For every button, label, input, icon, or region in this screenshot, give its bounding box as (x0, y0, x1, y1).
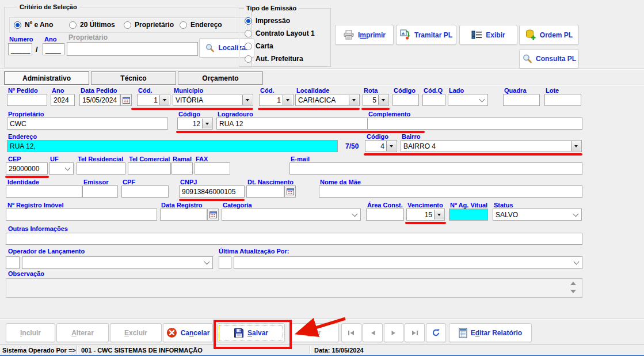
spinner-down-icon[interactable] (570, 290, 576, 293)
radio-aut-prefeitura[interactable]: Aut. Prefeitura (245, 55, 303, 63)
radio-20-ultimos[interactable]: 20 Últimos (69, 21, 115, 29)
salvar-button[interactable]: Salvar (217, 323, 285, 342)
radio-no-e-ano[interactable]: Nº e Ano (14, 21, 53, 29)
data-registro-input[interactable] (160, 209, 207, 221)
incluir-button[interactable]: Incluir (6, 323, 55, 342)
refresh-icon (432, 328, 440, 337)
area-const-input[interactable] (366, 209, 404, 221)
tel-residencial-input[interactable] (77, 162, 125, 175)
data-registro-calendar-button[interactable] (207, 209, 219, 221)
spinner-up-icon[interactable] (570, 282, 576, 285)
dt-nascimento-calendar-button[interactable] (284, 185, 296, 198)
operador-select[interactable] (22, 256, 213, 269)
nav-next-button[interactable] (384, 323, 403, 342)
ramal-input[interactable] (172, 162, 193, 175)
uf-select[interactable] (49, 162, 74, 175)
observacao-textarea[interactable] (6, 278, 582, 298)
exibir-button[interactable]: Exibir (459, 25, 517, 45)
rota-combo[interactable]: 5 (363, 94, 389, 106)
ag-vitual-input[interactable] (449, 209, 488, 221)
sair-button[interactable]: Sair (289, 323, 339, 342)
nav-prev-button[interactable] (363, 323, 383, 342)
editar-relatorio-button[interactable]: Editar Relatório (449, 323, 532, 342)
statusbar-date: Data: 15/05/2024 (314, 347, 364, 354)
cod-q-input[interactable] (422, 94, 445, 106)
nav-last-button[interactable] (405, 323, 425, 342)
quadra-label: Quadra (504, 87, 527, 94)
bairro-combo[interactable]: BAIRRO 4 (401, 140, 582, 152)
proprietario-input[interactable]: CWC (7, 118, 168, 130)
outras-informacoes-input[interactable] (6, 233, 582, 245)
ultima-atualizacao-select[interactable] (234, 256, 582, 269)
tab-tecnico[interactable]: Técnico (91, 71, 176, 85)
radio-proprietario[interactable]: Proprietário (124, 21, 174, 29)
operador-code-input[interactable] (6, 256, 20, 269)
numero-ano-separator: / (36, 46, 38, 53)
cod-municipio-label: Cód. (138, 87, 152, 94)
consulta-pl-button[interactable]: Consulta PL (519, 49, 579, 69)
cod-localidade-combo[interactable]: 1 (259, 94, 294, 106)
dropdown-arrow-icon (242, 95, 252, 105)
statusbar-separator (77, 346, 77, 354)
data-pedido-label: Data Pedido (81, 87, 117, 94)
fax-input[interactable] (195, 162, 230, 175)
data-registro-label: Data Registro (161, 202, 203, 209)
tab-administrativo[interactable]: Administrativo (4, 71, 89, 85)
registro-imovel-input[interactable] (6, 209, 157, 221)
municipio-combo[interactable]: VITÓRIA (173, 94, 253, 106)
tramitar-pl-button[interactable]: Tramitar PL (396, 25, 456, 45)
endereco-input[interactable]: RUA 12, (7, 140, 338, 152)
quadra-input[interactable] (503, 94, 540, 106)
proprietario-search-input[interactable] (67, 42, 198, 56)
dropdown-arrow-icon (571, 141, 581, 151)
cod-municipio-combo[interactable]: 1 (137, 94, 170, 106)
radio-endereco[interactable]: Endereço (180, 21, 222, 29)
ano-criterio-input[interactable]: ____ (43, 43, 64, 55)
cancelar-button[interactable]: Cancelar (163, 323, 213, 342)
ano-input[interactable]: 2024 (51, 94, 75, 106)
radio-contrato-layout[interactable]: Contrato Layout 1 (245, 29, 315, 37)
chevron-down-icon (572, 257, 580, 268)
no-pedido-input[interactable] (7, 94, 47, 106)
emissor-input[interactable] (82, 185, 118, 198)
dt-nascimento-input[interactable] (246, 185, 284, 198)
nome-mae-input[interactable] (319, 185, 582, 198)
radio-impressao[interactable]: Impressão (245, 17, 290, 25)
radio-carta[interactable]: Carta (245, 42, 273, 50)
ano-label: Ano (52, 87, 64, 94)
identidade-input[interactable] (6, 185, 82, 198)
data-pedido-input[interactable]: 15/05/2024 (79, 94, 120, 106)
localidade-combo[interactable]: CARIACICA (295, 94, 360, 106)
chevron-down-icon (203, 257, 211, 268)
tel-comercial-input[interactable] (128, 162, 171, 175)
magnifier-icon (205, 43, 215, 53)
alterar-button[interactable]: Alterar (56, 323, 109, 342)
email-input[interactable] (289, 162, 582, 175)
codigo-logradouro-label: Código (178, 111, 200, 118)
imprimir-button[interactable]: Imprimir (335, 25, 394, 45)
cpf-input[interactable] (121, 185, 169, 198)
codigo-input[interactable] (393, 94, 419, 106)
ultima-atualizacao-code-input[interactable] (219, 256, 231, 269)
tab-orcamento[interactable]: Orçamento (178, 71, 263, 85)
email-label: E-mail (291, 156, 310, 162)
lado-select[interactable] (448, 94, 488, 106)
excluir-button[interactable]: Excluir (110, 323, 162, 342)
nav-first-button[interactable] (341, 323, 361, 342)
categoria-select[interactable] (222, 209, 361, 221)
ordem-pl-button[interactable]: Ordem PL (519, 25, 579, 45)
data-pedido-calendar-button[interactable] (120, 94, 132, 106)
lote-input[interactable] (544, 94, 581, 106)
numero-input[interactable]: _____ (8, 43, 32, 55)
radio-icon (245, 55, 252, 63)
cnpj-input[interactable]: 90913846000105 (179, 185, 245, 198)
document-forward-icon (400, 29, 411, 40)
codigo-bairro-combo[interactable]: 4 (365, 140, 397, 152)
refresh-button[interactable] (426, 323, 446, 342)
codigo-logradouro-combo[interactable]: 12 (177, 118, 213, 130)
radio-label: Endereço (190, 21, 222, 29)
vencimento-combo[interactable]: 15 (406, 209, 445, 221)
cep-input[interactable]: 29000000 (6, 162, 48, 175)
status-select[interactable]: SALVO (493, 209, 582, 221)
complemento-input[interactable] (367, 118, 582, 130)
